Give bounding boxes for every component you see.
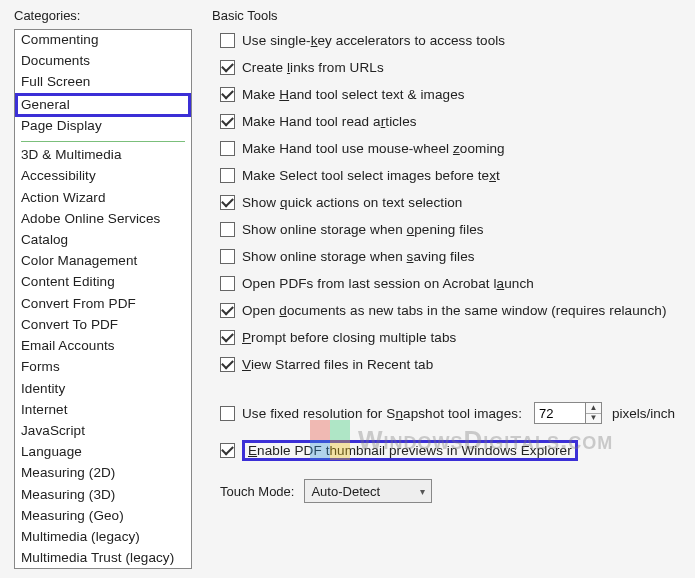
touch-mode-label: Touch Mode: [220,484,294,499]
category-item[interactable]: Measuring (Geo) [15,506,191,527]
touch-mode-value: Auto-Detect [311,484,380,499]
options-list: Use single-key accelerators to access to… [212,33,695,372]
option-row: Prompt before closing multiple tabs [220,330,695,345]
snapshot-value-input[interactable] [534,402,586,424]
spinner-down-icon[interactable]: ▼ [586,414,601,424]
option-label: Use single-key accelerators to access to… [242,33,505,48]
option-row: Make Hand tool select text & images [220,87,695,102]
settings-column: Basic Tools Use single-key accelerators … [192,0,695,578]
category-item[interactable]: Adobe Online Services [15,209,191,230]
category-item[interactable]: Catalog [15,230,191,251]
snapshot-checkbox[interactable] [220,406,235,421]
category-item[interactable]: Action Wizard [15,188,191,209]
option-row: Show quick actions on text selection [220,195,695,210]
option-row: View Starred files in Recent tab [220,357,695,372]
option-label: Create links from URLs [242,60,384,75]
category-item[interactable]: Multimedia Trust (legacy) [15,548,191,569]
option-label: Prompt before closing multiple tabs [242,330,456,345]
category-item[interactable]: Forms [15,357,191,378]
snapshot-spinner[interactable]: ▲ ▼ [586,402,602,424]
chevron-down-icon: ▾ [420,486,425,497]
enable-thumbnail-label: Enable PDF thumbnail previews in Windows… [242,440,578,461]
option-checkbox[interactable] [220,330,235,345]
option-checkbox[interactable] [220,276,235,291]
option-row: Open PDFs from last session on Acrobat l… [220,276,695,291]
option-label: View Starred files in Recent tab [242,357,433,372]
category-item[interactable]: Identity [15,379,191,400]
categories-column: Categories: CommentingDocumentsFull Scre… [0,0,192,578]
snapshot-unit: pixels/inch [612,406,675,421]
option-row: Show online storage when saving files [220,249,695,264]
option-checkbox[interactable] [220,303,235,318]
option-label: Show online storage when opening files [242,222,484,237]
category-item[interactable]: 3D & Multimedia [15,145,191,166]
option-checkbox[interactable] [220,141,235,156]
option-checkbox[interactable] [220,60,235,75]
category-item[interactable]: Documents [15,51,191,72]
category-item[interactable]: JavaScript [15,421,191,442]
option-row: Create links from URLs [220,60,695,75]
category-item[interactable]: Accessibility [15,166,191,187]
option-checkbox[interactable] [220,114,235,129]
category-item[interactable]: Convert To PDF [15,315,191,336]
option-row: Make Select tool select images before te… [220,168,695,183]
option-label: Show quick actions on text selection [242,195,462,210]
option-checkbox[interactable] [220,87,235,102]
category-item[interactable]: Page Display [15,116,191,137]
option-checkbox[interactable] [220,357,235,372]
categories-heading: Categories: [14,8,192,23]
option-label: Make Hand tool select text & images [242,87,465,102]
option-checkbox[interactable] [220,33,235,48]
enable-thumbnail-checkbox[interactable] [220,443,235,458]
spinner-up-icon[interactable]: ▲ [586,403,601,414]
group-title: Basic Tools [212,8,695,23]
category-item[interactable]: Email Accounts [15,336,191,357]
snapshot-resolution-row: Use fixed resolution for Snapshot tool i… [220,402,695,424]
option-label: Make Select tool select images before te… [242,168,500,183]
category-item[interactable]: Multimedia (legacy) [15,527,191,548]
category-item[interactable]: Content Editing [15,272,191,293]
option-row: Show online storage when opening files [220,222,695,237]
enable-thumbnail-row: Enable PDF thumbnail previews in Windows… [220,440,695,461]
category-item[interactable]: Measuring (3D) [15,485,191,506]
option-checkbox[interactable] [220,249,235,264]
option-label: Make Hand tool read articles [242,114,417,129]
option-row: Use single-key accelerators to access to… [220,33,695,48]
option-row: Open documents as new tabs in the same w… [220,303,695,318]
category-item[interactable]: Language [15,442,191,463]
snapshot-label: Use fixed resolution for Snapshot tool i… [242,406,522,421]
category-item[interactable]: Convert From PDF [15,294,191,315]
option-checkbox[interactable] [220,195,235,210]
option-label: Show online storage when saving files [242,249,475,264]
category-item[interactable]: Commenting [15,30,191,51]
option-label: Open PDFs from last session on Acrobat l… [242,276,534,291]
category-item[interactable]: General [15,93,191,117]
option-label: Make Hand tool use mouse-wheel zooming [242,141,505,156]
option-row: Make Hand tool read articles [220,114,695,129]
option-label: Open documents as new tabs in the same w… [242,303,666,318]
touch-mode-row: Touch Mode: Auto-Detect ▾ [212,479,695,503]
category-item[interactable]: Color Management [15,251,191,272]
category-item[interactable]: Measuring (2D) [15,463,191,484]
preferences-dialog-body: Categories: CommentingDocumentsFull Scre… [0,0,695,578]
category-item[interactable]: Full Screen [15,72,191,93]
option-checkbox[interactable] [220,168,235,183]
option-row: Make Hand tool use mouse-wheel zooming [220,141,695,156]
categories-divider [21,141,185,142]
option-checkbox[interactable] [220,222,235,237]
touch-mode-select[interactable]: Auto-Detect ▾ [304,479,432,503]
category-item[interactable]: Internet [15,400,191,421]
categories-listbox[interactable]: CommentingDocumentsFull ScreenGeneralPag… [14,29,192,569]
